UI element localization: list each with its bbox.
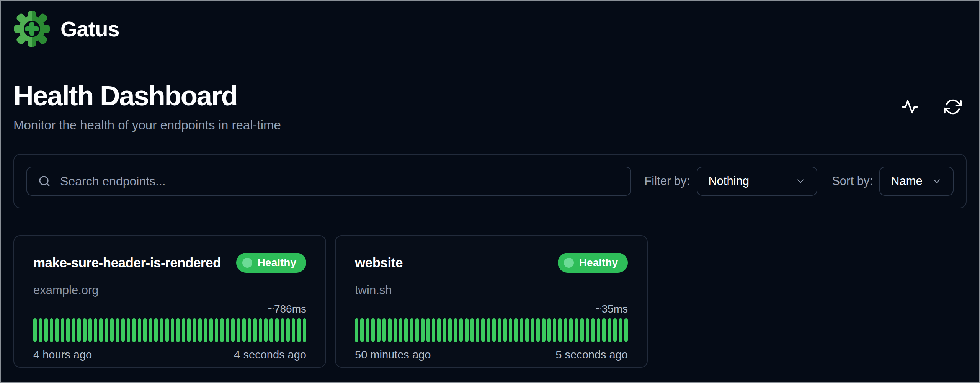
- health-bar[interactable]: [143, 318, 147, 342]
- health-bar[interactable]: [182, 318, 185, 342]
- health-bar[interactable]: [575, 318, 578, 342]
- health-bar[interactable]: [382, 318, 386, 342]
- health-bar[interactable]: [121, 318, 125, 342]
- health-bar[interactable]: [88, 318, 92, 342]
- health-bar[interactable]: [193, 318, 196, 342]
- health-bar[interactable]: [514, 318, 518, 342]
- health-bar[interactable]: [187, 318, 191, 342]
- health-bar[interactable]: [470, 318, 474, 342]
- health-bar[interactable]: [259, 318, 262, 342]
- health-bar[interactable]: [388, 318, 391, 342]
- health-bar[interactable]: [99, 318, 103, 342]
- health-bar[interactable]: [55, 318, 59, 342]
- health-bar[interactable]: [226, 318, 229, 342]
- health-bar[interactable]: [394, 318, 397, 342]
- health-bar[interactable]: [520, 318, 523, 342]
- health-bar[interactable]: [154, 318, 158, 342]
- health-bar[interactable]: [160, 318, 163, 342]
- endpoint-card[interactable]: make-sure-header-is-rendered Healthy exa…: [13, 235, 326, 368]
- health-bar[interactable]: [443, 318, 446, 342]
- health-bar[interactable]: [454, 318, 457, 342]
- health-bar[interactable]: [297, 318, 301, 342]
- health-bar[interactable]: [355, 318, 358, 342]
- health-bar[interactable]: [580, 318, 584, 342]
- health-bar[interactable]: [465, 318, 468, 342]
- health-bar[interactable]: [275, 318, 279, 342]
- health-bar[interactable]: [564, 318, 567, 342]
- health-bar[interactable]: [237, 318, 240, 342]
- health-bar[interactable]: [437, 318, 441, 342]
- health-bar[interactable]: [377, 318, 380, 342]
- health-bar[interactable]: [242, 318, 246, 342]
- health-bar[interactable]: [624, 318, 628, 342]
- health-bar[interactable]: [525, 318, 529, 342]
- health-bar[interactable]: [536, 318, 540, 342]
- health-bar[interactable]: [44, 318, 48, 342]
- health-bar[interactable]: [360, 318, 364, 342]
- health-bar[interactable]: [547, 318, 551, 342]
- health-bar[interactable]: [253, 318, 256, 342]
- health-bar[interactable]: [39, 318, 42, 342]
- health-bar[interactable]: [498, 318, 501, 342]
- health-bar[interactable]: [613, 318, 617, 342]
- health-bar[interactable]: [366, 318, 369, 342]
- health-bar[interactable]: [492, 318, 496, 342]
- health-bar[interactable]: [33, 318, 37, 342]
- health-bar[interactable]: [399, 318, 402, 342]
- health-bar[interactable]: [270, 318, 273, 342]
- health-bar[interactable]: [459, 318, 463, 342]
- health-bar[interactable]: [132, 318, 136, 342]
- sort-select[interactable]: Name: [879, 167, 954, 196]
- search-input[interactable]: [60, 174, 620, 188]
- filter-select[interactable]: Nothing: [697, 167, 817, 196]
- health-bar[interactable]: [553, 318, 556, 342]
- health-bar[interactable]: [476, 318, 479, 342]
- health-bar[interactable]: [61, 318, 64, 342]
- health-bar[interactable]: [542, 318, 545, 342]
- health-bar[interactable]: [83, 318, 86, 342]
- health-bar[interactable]: [72, 318, 75, 342]
- health-bar[interactable]: [215, 318, 218, 342]
- health-bar[interactable]: [432, 318, 435, 342]
- health-bar[interactable]: [586, 318, 589, 342]
- health-bar[interactable]: [165, 318, 169, 342]
- health-bar[interactable]: [204, 318, 207, 342]
- health-bar[interactable]: [303, 318, 306, 342]
- health-bar[interactable]: [209, 318, 213, 342]
- health-bar[interactable]: [426, 318, 430, 342]
- endpoint-card[interactable]: website Healthy twin.sh ~35ms 50 minutes…: [335, 235, 648, 368]
- health-bar[interactable]: [286, 318, 290, 342]
- health-bar[interactable]: [448, 318, 452, 342]
- health-bar[interactable]: [50, 318, 53, 342]
- health-bar[interactable]: [94, 318, 97, 342]
- health-bar[interactable]: [591, 318, 595, 342]
- health-bar[interactable]: [569, 318, 573, 342]
- health-bar[interactable]: [116, 318, 119, 342]
- health-bar[interactable]: [415, 318, 419, 342]
- health-bar[interactable]: [138, 318, 141, 342]
- health-bar[interactable]: [66, 318, 70, 342]
- health-bar[interactable]: [509, 318, 512, 342]
- refresh-icon[interactable]: [944, 98, 962, 116]
- health-bar[interactable]: [77, 318, 81, 342]
- health-bar[interactable]: [619, 318, 622, 342]
- health-bar[interactable]: [220, 318, 224, 342]
- health-bar[interactable]: [110, 318, 114, 342]
- health-bar[interactable]: [487, 318, 490, 342]
- health-bar[interactable]: [231, 318, 235, 342]
- health-bar[interactable]: [248, 318, 251, 342]
- health-bar[interactable]: [608, 318, 611, 342]
- health-bar[interactable]: [264, 318, 268, 342]
- health-bar[interactable]: [198, 318, 202, 342]
- health-bar[interactable]: [127, 318, 130, 342]
- health-bar[interactable]: [105, 318, 108, 342]
- activity-icon[interactable]: [901, 98, 919, 116]
- health-bar[interactable]: [371, 318, 375, 342]
- health-bar[interactable]: [404, 318, 408, 342]
- health-bar[interactable]: [558, 318, 562, 342]
- health-bar[interactable]: [292, 318, 295, 342]
- health-bar[interactable]: [481, 318, 485, 342]
- health-bar[interactable]: [531, 318, 534, 342]
- health-bar[interactable]: [410, 318, 413, 342]
- health-bar[interactable]: [281, 318, 284, 342]
